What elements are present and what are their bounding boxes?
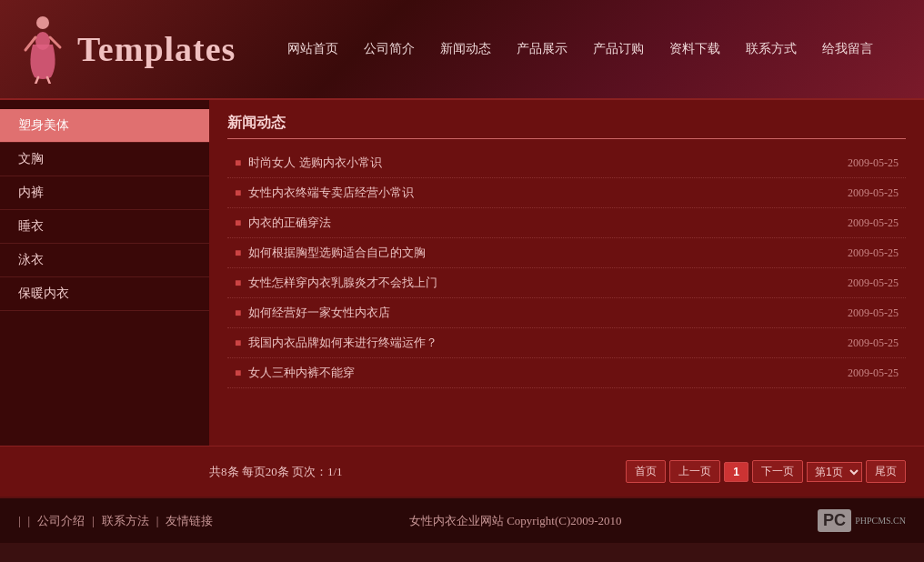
- current-page-button[interactable]: 1: [724, 462, 748, 482]
- footer-copyright: 女性内衣企业网站 Copyright(C)2009-2010: [409, 513, 622, 529]
- news-item[interactable]: ■ 女性内衣终端专卖店经营小常识 2009-05-25: [227, 178, 906, 208]
- footer-link-separator-start: |: [18, 514, 21, 528]
- news-title-wrap: ■ 女人三种内裤不能穿: [235, 365, 848, 381]
- nav-item-contact[interactable]: 联系方式: [746, 41, 797, 57]
- news-item[interactable]: ■ 时尚女人 选购内衣小常识 2009-05-25: [227, 148, 906, 178]
- news-bullet-icon: ■: [235, 276, 241, 290]
- sidebar-item-thermal[interactable]: 保暖内衣: [0, 277, 209, 311]
- section-title: 新闻动态: [227, 114, 906, 139]
- last-page-button[interactable]: 尾页: [866, 460, 906, 483]
- nav-item-news[interactable]: 新闻动态: [440, 41, 491, 57]
- nav-item-home[interactable]: 网站首页: [287, 41, 338, 57]
- nav-item-download[interactable]: 资料下载: [669, 41, 720, 57]
- sidebar-item-bra[interactable]: 文胸: [0, 143, 209, 176]
- nav-item-products[interactable]: 产品展示: [517, 41, 567, 57]
- sidebar-item-pajamas[interactable]: 睡衣: [0, 210, 209, 244]
- news-title: 女人三种内裤不能穿: [248, 365, 355, 381]
- footer-link-2[interactable]: 友情链接: [166, 513, 213, 529]
- news-bullet-icon: ■: [235, 186, 241, 200]
- content-area: 新闻动态 ■ 时尚女人 选购内衣小常识 2009-05-25 ■ 女性内衣终端专…: [209, 100, 924, 446]
- news-title-wrap: ■ 如何经营好一家女性内衣店: [235, 305, 848, 321]
- news-date: 2009-05-25: [848, 156, 899, 170]
- header: Templates 网站首页公司简介新闻动态产品展示产品订购资料下载联系方式给我…: [0, 0, 924, 100]
- news-title: 女性内衣终端专卖店经营小常识: [248, 185, 414, 201]
- news-item[interactable]: ■ 如何经营好一家女性内衣店 2009-05-25: [227, 298, 906, 328]
- pagination-info: 共8条 每页20条 页次：1/1: [209, 464, 343, 480]
- news-date: 2009-05-25: [848, 306, 899, 320]
- news-list: ■ 时尚女人 选购内衣小常识 2009-05-25 ■ 女性内衣终端专卖店经营小…: [227, 148, 906, 388]
- news-title: 我国内衣品牌如何来进行终端运作？: [248, 335, 437, 351]
- sidebar-item-underwear[interactable]: 内裤: [0, 176, 209, 210]
- news-item[interactable]: ■ 女人三种内裤不能穿 2009-05-25: [227, 358, 906, 388]
- news-date: 2009-05-25: [848, 186, 899, 200]
- footer: | | 公司介绍|联系方法|友情链接 女性内衣企业网站 Copyright(C)…: [0, 497, 924, 543]
- main-wrapper: 塑身美体文胸内裤睡衣泳衣保暖内衣 新闻动态 ■ 时尚女人 选购内衣小常识 200…: [0, 100, 924, 446]
- svg-point-0: [36, 16, 49, 29]
- news-title: 时尚女人 选购内衣小常识: [248, 155, 381, 171]
- logo: Templates: [18, 15, 255, 84]
- news-title-wrap: ■ 女性内衣终端专卖店经营小常识: [235, 185, 848, 201]
- footer-link-0[interactable]: 公司介绍: [37, 513, 85, 529]
- news-title-wrap: ■ 女性怎样穿内衣乳腺炎才不会找上门: [235, 275, 848, 291]
- svg-line-4: [35, 77, 38, 84]
- logo-figure-icon: [18, 15, 68, 84]
- news-date: 2009-05-25: [848, 216, 899, 230]
- news-title-wrap: ■ 内衣的正确穿法: [235, 215, 848, 231]
- news-title-wrap: ■ 时尚女人 选购内衣小常识: [235, 155, 848, 171]
- news-title: 如何根据胸型选购适合自己的文胸: [248, 245, 426, 261]
- sidebar-item-slim[interactable]: 塑身美体: [0, 109, 209, 143]
- pagination-bar: 共8条 每页20条 页次：1/1 首页 上一页 1 下一页 第1页 尾页: [0, 446, 924, 497]
- next-page-button[interactable]: 下一页: [752, 460, 803, 483]
- news-item[interactable]: ■ 女性怎样穿内衣乳腺炎才不会找上门 2009-05-25: [227, 268, 906, 298]
- news-date: 2009-05-25: [848, 366, 899, 380]
- news-date: 2009-05-25: [848, 276, 899, 290]
- news-title-wrap: ■ 如何根据胸型选购适合自己的文胸: [235, 245, 848, 261]
- main-nav: 网站首页公司简介新闻动态产品展示产品订购资料下载联系方式给我留言: [255, 41, 906, 57]
- nav-item-order[interactable]: 产品订购: [593, 41, 644, 57]
- news-bullet-icon: ■: [235, 306, 241, 320]
- footer-link-separator: |: [92, 514, 95, 528]
- news-item[interactable]: ■ 内衣的正确穿法 2009-05-25: [227, 208, 906, 238]
- page-select[interactable]: 第1页: [807, 462, 862, 482]
- news-bullet-icon: ■: [235, 246, 241, 260]
- footer-links: | | 公司介绍|联系方法|友情链接: [18, 513, 213, 529]
- first-page-button[interactable]: 首页: [626, 460, 666, 483]
- footer-link-1[interactable]: 联系方法: [102, 513, 149, 529]
- sidebar-item-swimwear[interactable]: 泳衣: [0, 244, 209, 277]
- news-title: 女性怎样穿内衣乳腺炎才不会找上门: [248, 275, 437, 291]
- news-bullet-icon: ■: [235, 156, 241, 170]
- news-date: 2009-05-25: [848, 246, 899, 260]
- pagination-controls: 首页 上一页 1 下一页 第1页 尾页: [626, 460, 906, 483]
- news-title-wrap: ■ 我国内衣品牌如何来进行终端运作？: [235, 335, 848, 351]
- news-title: 内衣的正确穿法: [248, 215, 331, 231]
- footer-link-separator: |: [156, 514, 159, 528]
- news-date: 2009-05-25: [848, 336, 899, 350]
- news-item[interactable]: ■ 如何根据胸型选购适合自己的文胸 2009-05-25: [227, 238, 906, 268]
- prev-page-button[interactable]: 上一页: [669, 460, 720, 483]
- svg-line-5: [47, 77, 51, 84]
- news-bullet-icon: ■: [235, 216, 241, 230]
- news-title: 如何经营好一家女性内衣店: [248, 305, 390, 321]
- phpcms-label: PHPCMS.CN: [855, 516, 906, 526]
- pc-badge: PC: [818, 509, 851, 532]
- news-bullet-icon: ■: [235, 336, 241, 350]
- sidebar: 塑身美体文胸内裤睡衣泳衣保暖内衣: [0, 100, 209, 446]
- nav-item-message[interactable]: 给我留言: [822, 41, 873, 57]
- logo-title: Templates: [77, 29, 236, 69]
- news-item[interactable]: ■ 我国内衣品牌如何来进行终端运作？ 2009-05-25: [227, 328, 906, 358]
- nav-item-about[interactable]: 公司简介: [364, 41, 415, 57]
- footer-logo: PC PHPCMS.CN: [818, 509, 906, 532]
- news-bullet-icon: ■: [235, 366, 241, 380]
